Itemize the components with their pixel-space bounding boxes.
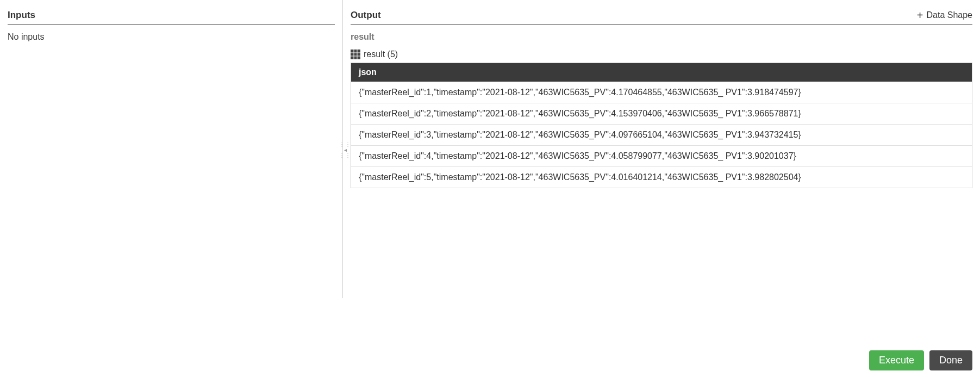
execute-button[interactable]: Execute [869,350,924,370]
grid-icon [351,50,360,59]
result-label: result [351,32,972,42]
data-shape-button[interactable]: + Data Shape [917,10,972,21]
table-row[interactable]: {"masterReel_id":3,"timestamp":"2021-08-… [351,124,972,145]
output-title: Output [351,10,381,21]
done-button[interactable]: Done [929,350,972,370]
table-row[interactable]: {"masterReel_id":2,"timestamp":"2021-08-… [351,103,972,124]
data-shape-label: Data Shape [926,10,972,20]
table-row[interactable]: {"masterReel_id":1,"timestamp":"2021-08-… [351,82,972,103]
result-count-label: result (5) [364,50,398,59]
table-row[interactable]: {"masterReel_id":5,"timestamp":"2021-08-… [351,166,972,188]
table-header-json: json [351,63,972,82]
inputs-panel: Inputs No inputs [0,0,342,298]
panel-splitter[interactable]: ⋮⋮ ◂ ⋮⋮ [342,133,348,166]
inputs-title: Inputs [8,10,35,21]
output-panel: Output + Data Shape result result (5) js… [342,0,980,298]
svg-rect-0 [351,50,360,59]
inputs-empty-text: No inputs [8,32,335,42]
table-row[interactable]: {"masterReel_id":4,"timestamp":"2021-08-… [351,145,972,166]
result-table: json {"masterReel_id":1,"timestamp":"202… [351,63,972,188]
plus-icon: + [917,10,923,21]
